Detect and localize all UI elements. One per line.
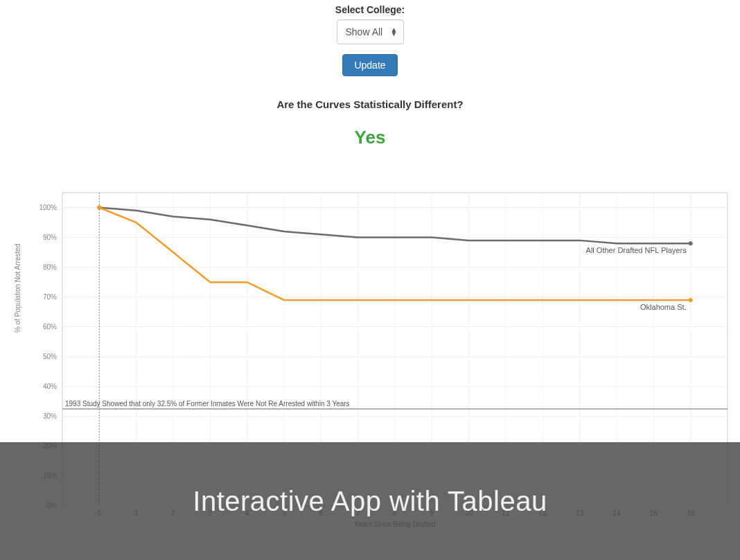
- y-tick-label: 50%: [43, 353, 57, 360]
- x-tick-label: 13: [576, 509, 584, 517]
- y-tick-label: 60%: [43, 323, 57, 331]
- x-tick-label: 5: [282, 509, 286, 517]
- series-end-dot: [689, 241, 693, 245]
- x-tick-label: 2: [171, 509, 175, 517]
- series-end-dot: [689, 298, 693, 302]
- update-button[interactable]: Update: [342, 54, 397, 76]
- x-tick-label: 3: [209, 509, 213, 517]
- x-tick-label: 6: [319, 509, 324, 517]
- y-tick-label: 40%: [43, 383, 57, 390]
- x-tick-label: 15: [650, 509, 658, 517]
- x-tick-label: 0: [98, 509, 102, 517]
- question-text: Are the Curves Statistically Different?: [0, 98, 740, 110]
- y-tick-label: 80%: [43, 263, 57, 271]
- x-tick-label: 8: [393, 509, 397, 517]
- series-start-dot: [97, 206, 101, 210]
- x-tick-label: 9: [430, 509, 434, 517]
- x-tick-label: 14: [613, 509, 621, 517]
- y-tick-label: 30%: [43, 412, 57, 420]
- x-tick-label: 1: [134, 509, 139, 517]
- y-tick-label: 100%: [39, 204, 57, 211]
- x-tick-label: 10: [465, 509, 473, 517]
- x-axis-title: Years Since Being Drafted: [355, 520, 436, 528]
- series-label: All Other Drafted NFL Players: [586, 246, 687, 254]
- y-tick-label: 70%: [43, 293, 57, 301]
- select-college-label: Select College:: [0, 4, 740, 15]
- x-tick-label: 11: [502, 509, 510, 517]
- chart-svg: 0%10%20%30%40%50%60%70%80%90%100%0123456…: [21, 187, 734, 534]
- y-tick-label: 90%: [43, 234, 57, 241]
- college-select-wrap[interactable]: Show All ▲▼: [337, 19, 404, 44]
- x-tick-label: 7: [356, 509, 360, 517]
- reference-label: 1993 Study Showed that only 32.5% of For…: [65, 400, 350, 408]
- y-axis-title: % of Population Not Arrested: [14, 244, 21, 333]
- y-tick-label: 0%: [47, 502, 58, 509]
- y-tick-label: 20%: [43, 442, 57, 450]
- x-tick-label: 4: [245, 509, 249, 517]
- series-label: Oklahoma St.: [640, 303, 687, 311]
- answer-text: Yes: [0, 127, 740, 148]
- chart: % of Population Not Arrested 0%10%20%30%…: [21, 187, 734, 534]
- x-tick-label: 12: [539, 509, 547, 517]
- x-tick-label: 16: [687, 509, 695, 517]
- college-select[interactable]: Show All: [337, 20, 403, 44]
- y-tick-label: 10%: [43, 472, 57, 480]
